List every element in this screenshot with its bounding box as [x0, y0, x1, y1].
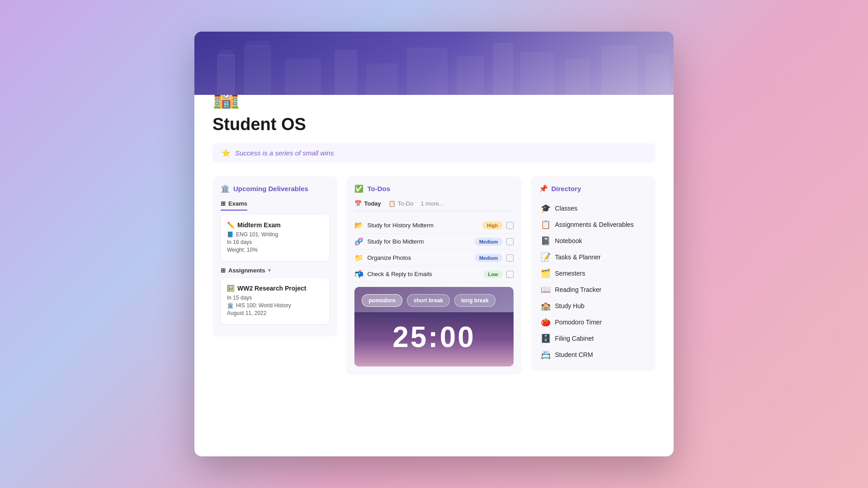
assignments-chevron[interactable]: ▾ [268, 267, 271, 273]
assignment-date-0: August 11, 2022 [227, 310, 323, 316]
app-window: 🏫 Student OS ⭐ Success is a series of sm… [194, 32, 674, 456]
directory-header: 📌 Directory [539, 184, 647, 193]
exam-card-0[interactable]: ✏️ Midterm Exam 📘 ENG 101: Writing In 16… [221, 215, 329, 261]
tab-more[interactable]: 1 more... [420, 200, 443, 207]
page-icon: 🏫 [212, 95, 656, 109]
dir-icon-6: 🏫 [541, 301, 551, 311]
dir-item-7[interactable]: 🍅 Pomodoro Timer [539, 314, 647, 330]
exams-grid-icon: ⊞ [221, 200, 226, 207]
todo-icon-2: 📁 [354, 253, 363, 262]
todo-priority-2: Medium [475, 254, 503, 262]
quote-icon: ⭐ [222, 149, 231, 157]
assignment-icon-0: 🖼️ [227, 285, 235, 292]
exam-course-icon-0: 📘 [227, 231, 234, 238]
pomo-btn-long[interactable]: long break [454, 294, 495, 307]
todos-panel: ✅ To-Dos 📅 Today 📋 To-Do 1 more... [346, 176, 521, 375]
dir-icon-2: 📓 [541, 236, 551, 246]
todos-header: ✅ To-Dos [354, 184, 513, 193]
dir-item-9[interactable]: 📇 Student CRM [539, 347, 647, 363]
todo-label-3: Check & Reply to Emails [367, 271, 480, 277]
dir-item-2[interactable]: 📓 Notebook [539, 233, 647, 249]
tab-today-icon: 📅 [354, 200, 362, 207]
dir-icon-0: 🎓 [541, 203, 551, 213]
svg-rect-6 [366, 63, 398, 95]
exam-course-0: 📘 ENG 101: Writing [227, 231, 323, 238]
todos-tabs: 📅 Today 📋 To-Do 1 more... [354, 200, 513, 211]
dir-label-7: Pomodoro Timer [555, 319, 602, 326]
todo-icon-0: 📂 [354, 221, 363, 230]
exam-days-0: In 16 days [227, 239, 323, 245]
dir-icon-8: 🗄️ [541, 333, 551, 343]
upcoming-title: Upcoming Deliverables [233, 185, 308, 192]
exam-weight-0: Weight: 10% [227, 247, 323, 253]
upcoming-panel: 🏛️ Upcoming Deliverables ⊞ Exams ✏️ Midt… [212, 176, 337, 337]
dir-label-4: Semesters [555, 270, 585, 277]
todo-label-1: Study for Bio Midterm [367, 238, 471, 245]
todos-icon: ✅ [354, 184, 363, 193]
svg-rect-0 [217, 54, 235, 95]
svg-rect-8 [457, 56, 484, 95]
todo-checkbox-3[interactable] [506, 271, 514, 278]
todos-title: To-Dos [367, 185, 390, 192]
svg-rect-9 [493, 43, 513, 95]
svg-rect-12 [601, 45, 637, 95]
exams-section-label: ⊞ Exams [221, 200, 247, 211]
todo-priority-0: High [482, 221, 502, 230]
tab-todo-icon: 📋 [388, 200, 396, 207]
dir-item-0[interactable]: 🎓 Classes [539, 200, 647, 216]
dir-item-4[interactable]: 🗂️ Semesters [539, 265, 647, 282]
dir-label-5: Reading Tracker [555, 286, 602, 293]
pomo-time: 25:00 [392, 316, 476, 363]
tab-today[interactable]: 📅 Today [354, 200, 381, 207]
dir-icon-9: 📇 [541, 350, 551, 360]
assignment-days-0: In 15 days [227, 295, 323, 301]
pomo-buttons: pomodoro short break long break [354, 287, 513, 312]
directory-title: Directory [552, 185, 581, 192]
exam-title-0: ✏️ Midterm Exam [227, 221, 323, 229]
quote-bar: ⭐ Success is a series of small wins [212, 143, 656, 163]
svg-rect-10 [520, 52, 554, 95]
tab-todo[interactable]: 📋 To-Do [388, 200, 414, 207]
quote-text: Success is a series of small wins [235, 149, 334, 157]
todo-icon-1: 🧬 [354, 237, 363, 246]
dir-label-8: Filing Cabinet [555, 335, 594, 342]
tab-today-label: Today [364, 200, 381, 207]
dir-label-6: Study Hub [555, 302, 585, 310]
svg-rect-4 [285, 59, 321, 95]
dir-icon-5: 📖 [541, 285, 551, 295]
dir-item-5[interactable]: 📖 Reading Tracker [539, 282, 647, 298]
svg-rect-5 [335, 50, 357, 95]
todo-checkbox-0[interactable] [506, 222, 514, 229]
pomo-timer-display: 25:00 [354, 312, 513, 366]
todo-checkbox-2[interactable] [506, 254, 514, 262]
upcoming-icon: 🏛️ [221, 184, 230, 193]
header-banner [194, 32, 674, 95]
dir-item-6[interactable]: 🏫 Study Hub [539, 298, 647, 314]
todo-label-0: Study for History Midterm [367, 222, 479, 229]
page-content: 🏫 Student OS ⭐ Success is a series of sm… [194, 95, 674, 456]
dir-icon-4: 🗂️ [541, 268, 551, 278]
dir-label-3: Tasks & Planner [555, 253, 601, 261]
dir-label-1: Assignments & Deliverables [555, 221, 634, 228]
todo-priority-1: Medium [475, 238, 503, 246]
todo-row-2: 📁 Organize Photos Medium [354, 250, 513, 266]
pomo-btn-pomodoro[interactable]: pomodoro [362, 294, 402, 307]
assignment-course-0: 🏛️ HIS 100: World History [227, 302, 323, 309]
svg-rect-1 [219, 50, 233, 56]
todo-list: 📂 Study for History Midterm High 🧬 Study… [354, 217, 513, 282]
pomo-btn-short[interactable]: short break [407, 294, 450, 307]
assignment-card-0[interactable]: 🖼️ WW2 Research Project In 15 days 🏛️ HI… [221, 278, 329, 324]
dir-item-1[interactable]: 📋 Assignments & Deliverables [539, 216, 647, 233]
todo-checkbox-1[interactable] [506, 238, 514, 245]
assignment-course-icon-0: 🏛️ [227, 302, 234, 309]
directory-list: 🎓 Classes 📋 Assignments & Deliverables 📓… [539, 200, 647, 363]
svg-rect-13 [646, 54, 669, 95]
tab-todo-label: To-Do [398, 200, 414, 207]
dir-label-2: Notebook [555, 237, 582, 244]
svg-rect-11 [565, 59, 590, 95]
page-title: Student OS [212, 115, 656, 134]
dir-item-8[interactable]: 🗄️ Filing Cabinet [539, 330, 647, 347]
banner-decoration [194, 41, 674, 95]
tab-more-label: 1 more... [420, 200, 443, 207]
dir-item-3[interactable]: 📝 Tasks & Planner [539, 249, 647, 265]
